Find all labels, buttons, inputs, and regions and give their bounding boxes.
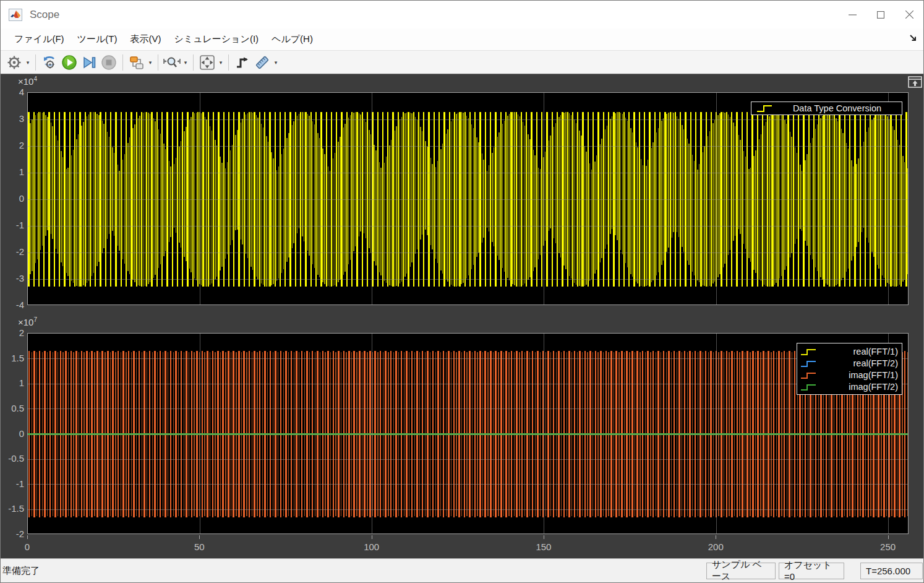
- status-offset: オフセット=0: [779, 563, 844, 579]
- y-tick-label: 1.5: [1, 353, 24, 364]
- update-model-button[interactable]: [40, 53, 59, 72]
- menu-help[interactable]: ヘルプ(H): [265, 31, 319, 48]
- scope-plot2-canvas[interactable]: [27, 333, 909, 534]
- highlight-block-button[interactable]: [127, 53, 146, 72]
- fit-to-view-dropdown-caret[interactable]: ▾: [217, 53, 225, 72]
- legend-line-sample-icon: [755, 102, 776, 114]
- zoom-dropdown-caret[interactable]: ▾: [182, 53, 189, 72]
- y-tick-label: 4: [1, 87, 24, 98]
- x-tick-label: 200: [702, 541, 729, 553]
- menu-tools[interactable]: ツール(T): [71, 31, 124, 48]
- status-bar: 準備完了 サンプル ベース オフセット=0 T=256.000: [1, 558, 923, 582]
- panel-expand-icon[interactable]: [908, 76, 922, 88]
- menu-file[interactable]: ファイル(F): [8, 31, 71, 48]
- y-tick-label: -0.5: [1, 453, 24, 464]
- y-tick-label: -1: [1, 220, 24, 231]
- y-tick-label: -1: [1, 478, 24, 490]
- menu-simulation[interactable]: シミュレーション(I): [168, 31, 265, 48]
- measurements-dropdown-caret[interactable]: ▾: [272, 53, 280, 72]
- y-tick-label: 0: [1, 193, 24, 204]
- legend-entry: imag(FFT/2): [800, 381, 898, 392]
- legend-entry-label: Data Type Conversion: [776, 103, 902, 113]
- toolbar-separator: [122, 54, 123, 71]
- settings-dropdown-caret[interactable]: ▾: [24, 53, 32, 72]
- status-ready-text: 準備完了: [2, 565, 40, 577]
- highlight-block-dropdown-caret[interactable]: ▾: [147, 53, 154, 72]
- plot2-legend[interactable]: real(FFT/1)real(FFT/2)imag(FFT/1)imag(FF…: [797, 343, 902, 395]
- toolbar: ▾ ▾ ▾ ▾: [1, 50, 923, 74]
- y-tick-label: 2: [1, 327, 24, 339]
- y-tick-label: -3: [1, 273, 24, 284]
- toolbar-separator: [228, 54, 229, 71]
- fit-to-view-button[interactable]: [198, 53, 216, 72]
- y-tick-label: 3: [1, 113, 24, 124]
- legend-line-sample-icon: [800, 346, 819, 357]
- maximize-button[interactable]: [866, 1, 895, 28]
- legend-entry: real(FFT/1): [800, 345, 898, 357]
- legend-entry-label: imag(FFT/2): [819, 382, 898, 392]
- run-button[interactable]: [60, 53, 79, 72]
- matlab-logo-icon: [9, 9, 22, 21]
- trigger-button[interactable]: [233, 53, 252, 72]
- scope-window: Scope ファイル(F) ツール(T) 表示(V) シミュレーション(I) ヘ…: [0, 0, 924, 583]
- legend-entry: real(FFT/2): [800, 357, 898, 369]
- plot2-y-exponent: ×107: [18, 316, 37, 327]
- toolbar-separator: [158, 54, 158, 71]
- title-bar: Scope: [1, 1, 923, 28]
- menu-bar: ファイル(F) ツール(T) 表示(V) シミュレーション(I) ヘルプ(H): [1, 28, 923, 50]
- status-time: T=256.000: [860, 563, 923, 579]
- settings-button[interactable]: [5, 53, 24, 72]
- y-tick-label: 0: [1, 428, 24, 439]
- legend-entry-label: imag(FFT/1): [819, 370, 898, 380]
- x-tick-mark: [27, 535, 28, 539]
- toolbar-separator: [35, 54, 36, 71]
- scope-plot1-canvas[interactable]: [27, 92, 909, 305]
- y-tick-label: 2: [1, 140, 24, 151]
- legend-entry-label: real(FFT/1): [819, 347, 898, 356]
- y-tick-label: 1: [1, 166, 24, 178]
- x-tick-label: 250: [875, 541, 902, 553]
- y-tick-label: -4: [1, 300, 24, 311]
- zoom-button[interactable]: [163, 53, 181, 72]
- legend-entry-label: real(FFT/2): [819, 358, 898, 368]
- y-tick-label: 0.5: [1, 403, 24, 414]
- x-tick-mark: [716, 535, 716, 539]
- close-button[interactable]: [895, 1, 923, 28]
- x-tick-mark: [199, 535, 200, 539]
- y-tick-label: 1: [1, 378, 24, 389]
- x-tick-label: 0: [14, 541, 41, 553]
- y-tick-label: -2: [1, 246, 24, 257]
- status-sample-mode: サンプル ベース: [706, 563, 776, 579]
- legend-line-sample-icon: [800, 381, 819, 392]
- plot-region: ×104 43210-1-2-3-4 Data Type Conversion …: [1, 74, 923, 559]
- x-tick-label: 100: [358, 541, 385, 553]
- x-tick-label: 150: [530, 541, 557, 553]
- minimize-button[interactable]: [838, 1, 866, 28]
- legend-entry: imag(FFT/1): [800, 369, 898, 381]
- window-controls: [838, 1, 923, 28]
- window-title: Scope: [30, 9, 59, 21]
- legend-line-sample-icon: [800, 358, 819, 369]
- measurements-button[interactable]: [253, 53, 272, 72]
- stop-button[interactable]: [100, 53, 118, 72]
- y-tick-label: -2: [1, 529, 24, 540]
- toolbar-separator: [193, 54, 194, 71]
- plot1-y-exponent: ×104: [18, 76, 37, 87]
- x-tick-mark: [544, 535, 544, 539]
- plot1-legend[interactable]: Data Type Conversion: [751, 101, 902, 115]
- menu-view[interactable]: 表示(V): [124, 31, 167, 48]
- x-tick-label: 50: [186, 541, 213, 553]
- dock-scope-icon[interactable]: [909, 33, 918, 46]
- legend-line-sample-icon: [800, 369, 819, 381]
- x-tick-mark: [372, 535, 372, 539]
- step-forward-button[interactable]: [80, 53, 98, 72]
- x-tick-mark: [888, 535, 889, 539]
- y-tick-label: -1.5: [1, 503, 24, 514]
